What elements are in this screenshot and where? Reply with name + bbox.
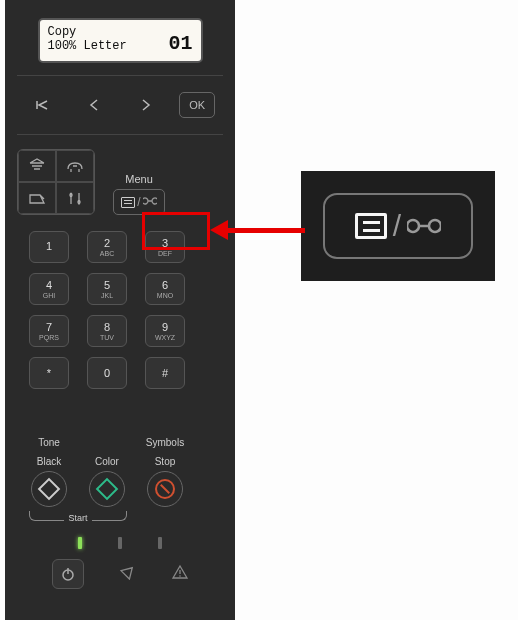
right-arrow-button[interactable] [128,92,164,118]
menu-label: Menu [125,173,153,185]
setup-function-button[interactable] [56,182,94,214]
nav-row: OK [5,84,235,126]
key-6[interactable]: 6MNO [145,273,185,305]
key-0[interactable]: 0 [87,357,127,389]
ink-icon [120,564,136,584]
tone-label: Tone [29,437,69,448]
lcd-counter: 01 [168,32,192,55]
copy-function-button[interactable] [18,150,56,182]
slash-icon: / [393,209,401,243]
key-2[interactable]: 2ABC [87,231,127,263]
action-buttons-row: Start [5,469,235,509]
power-button[interactable] [52,559,84,589]
menu-button-zoom: / [323,193,473,259]
keypad-sublabels: Tone Symbols [5,435,235,454]
key-star[interactable]: * [29,357,69,389]
key-7[interactable]: 7PQRS [29,315,69,347]
slash-icon: / [137,195,140,209]
list-icon [121,197,135,208]
divider [17,134,223,135]
action-labels-row: Black Color Stop [5,454,235,469]
menu-button[interactable]: / [113,189,165,215]
key-5[interactable]: 5JKL [87,273,127,305]
black-start-button[interactable] [31,471,67,507]
function-area: Menu / [5,143,235,221]
key-4[interactable]: 4GHI [29,273,69,305]
lcd-display: Copy 100% Letter 01 [38,18,203,63]
start-bracket: Start [29,511,127,521]
link-icon [143,196,157,208]
list-icon [355,213,387,239]
key-9[interactable]: 9WXYZ [145,315,185,347]
status-led-1 [118,537,122,549]
back-button[interactable] [25,92,61,118]
ok-button[interactable]: OK [179,92,215,118]
callout-zoom: / [301,171,495,281]
key-1[interactable]: 1 [29,231,69,263]
alert-icon [172,564,188,584]
scan-function-button[interactable] [18,182,56,214]
svg-point-3 [179,575,181,577]
link-icon [407,216,441,236]
stop-label: Stop [145,456,185,467]
black-label: Black [29,456,69,467]
symbols-label: Symbols [145,437,185,448]
key-hash[interactable]: # [145,357,185,389]
color-label: Color [87,456,127,467]
menu-area: Menu / [113,149,165,215]
stop-button[interactable] [147,471,183,507]
status-leds [5,537,235,549]
key-8[interactable]: 8TUV [87,315,127,347]
numeric-keypad: 1 2ABC 3DEF 4GHI 5JKL 6MNO 7PQRS 8TUV 9W… [5,221,235,435]
key-3[interactable]: 3DEF [145,231,185,263]
bottom-row [5,559,235,589]
fax-function-button[interactable] [56,150,94,182]
divider [17,75,223,76]
printer-control-panel: Copy 100% Letter 01 OK [5,0,235,620]
function-grid [17,149,95,215]
left-arrow-button[interactable] [76,92,112,118]
color-start-button[interactable] [89,471,125,507]
power-led [78,537,82,549]
status-led-2 [158,537,162,549]
